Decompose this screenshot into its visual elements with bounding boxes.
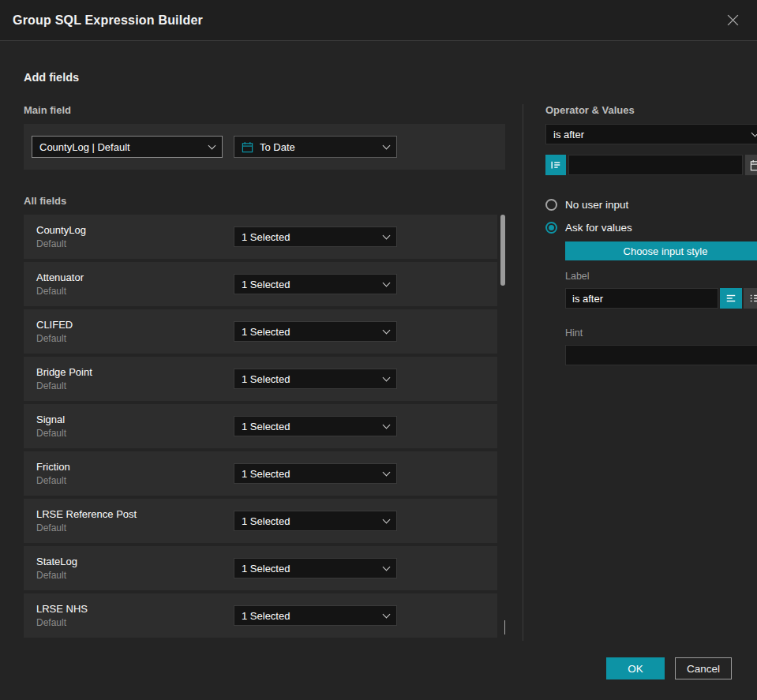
- operator-select-value: is after: [553, 129, 746, 140]
- field-value-select[interactable]: 1 Selected: [234, 416, 397, 436]
- field-row: Attenuator Default 1 Selected: [24, 262, 497, 306]
- field-row: LRSE NHS Default 1 Selected: [24, 593, 497, 638]
- field-name: Signal: [36, 414, 234, 425]
- field-value-select[interactable]: 1 Selected: [234, 274, 397, 294]
- no-user-input-radio[interactable]: No user input: [545, 199, 757, 211]
- cancel-button[interactable]: Cancel: [675, 657, 732, 679]
- field-value-select[interactable]: 1 Selected: [234, 321, 397, 342]
- hint-caption: Hint: [565, 328, 757, 339]
- fields-column: Main field CountyLog | Default: [24, 104, 505, 641]
- operator-values-label: Operator & Values: [545, 104, 757, 116]
- scrollbar[interactable]: [500, 215, 505, 620]
- field-subtitle: Default: [36, 522, 234, 533]
- calendar-icon: [242, 141, 253, 153]
- date-type-select[interactable]: To Date: [234, 136, 397, 158]
- chevron-down-icon: [383, 563, 391, 571]
- ask-for-values-label: Ask for values: [565, 222, 632, 234]
- label-row: [565, 288, 757, 309]
- field-info: Bridge Point Default: [36, 366, 234, 391]
- user-input-radio-group: No user input Ask for values: [545, 199, 757, 234]
- field-row: StateLog Default 1 Selected: [24, 546, 497, 590]
- field-value-select-value: 1 Selected: [242, 610, 377, 622]
- main-field-select[interactable]: CountyLog | Default: [32, 136, 223, 158]
- field-value-select-value: 1 Selected: [242, 231, 377, 243]
- field-value-select[interactable]: 1 Selected: [234, 605, 397, 626]
- field-value-select[interactable]: 1 Selected: [234, 226, 397, 247]
- field-subtitle: Default: [36, 617, 234, 628]
- scrollbar-thumb[interactable]: [500, 215, 505, 286]
- close-button[interactable]: [723, 10, 743, 30]
- field-value-select-value: 1 Selected: [242, 373, 377, 385]
- field-row: Signal Default 1 Selected: [24, 404, 497, 448]
- ok-button[interactable]: OK: [606, 657, 665, 679]
- list-icon: [749, 293, 757, 304]
- dialog-content: Main field CountyLog | Default: [24, 104, 733, 641]
- chevron-down-icon: [208, 141, 216, 149]
- hint-input[interactable]: [565, 345, 757, 365]
- choose-input-style-button[interactable]: Choose input style: [565, 241, 757, 260]
- input-mode-button[interactable]: [545, 155, 566, 175]
- field-name: LRSE NHS: [36, 603, 234, 615]
- field-info: Friction Default: [36, 461, 234, 486]
- radio-selected-icon: [545, 222, 557, 234]
- field-subtitle: Default: [36, 286, 234, 297]
- operator-select[interactable]: is after: [545, 124, 757, 144]
- field-info: Attenuator Default: [36, 271, 234, 297]
- list-style-button[interactable]: [744, 288, 757, 309]
- label-caption: Label: [565, 271, 757, 282]
- align-left-icon: [725, 293, 736, 304]
- field-info: LRSE NHS Default: [36, 603, 234, 628]
- chevron-down-icon: [383, 231, 391, 239]
- field-value-select[interactable]: 1 Selected: [234, 511, 397, 531]
- group-sql-expression-builder-dialog: Group SQL Expression Builder Add fields …: [0, 0, 757, 700]
- calendar-icon: [750, 159, 757, 171]
- field-subtitle: Default: [36, 333, 234, 344]
- field-subtitle: Default: [36, 380, 234, 391]
- main-field-select-value: CountyLog | Default: [39, 141, 203, 153]
- dialog-body: Add fields Main field CountyLog | Defaul…: [0, 71, 757, 641]
- single-line-style-button[interactable]: [720, 288, 742, 309]
- input-mode-icon: [550, 159, 561, 170]
- chevron-down-icon: [383, 468, 391, 476]
- chevron-down-icon: [751, 129, 757, 137]
- field-info: CountyLog Default: [36, 224, 234, 249]
- field-value-select[interactable]: 1 Selected: [234, 558, 397, 578]
- field-value-select-value: 1 Selected: [242, 326, 377, 338]
- dialog-header: Group SQL Expression Builder: [0, 0, 757, 41]
- field-value-select-value: 1 Selected: [242, 515, 377, 527]
- field-subtitle: Default: [36, 570, 234, 581]
- chevron-down-icon: [383, 279, 391, 286]
- chevron-down-icon: [383, 515, 391, 523]
- field-name: Attenuator: [36, 271, 234, 283]
- chevron-down-icon: [383, 373, 391, 381]
- radio-unselected-icon: [545, 199, 557, 211]
- field-info: Signal Default: [36, 414, 234, 439]
- chevron-down-icon: [383, 421, 391, 429]
- all-fields-label: All fields: [24, 195, 505, 207]
- label-input[interactable]: [565, 288, 718, 309]
- date-type-select-value: To Date: [260, 141, 377, 153]
- operator-values-panel: Operator & Values is after: [523, 104, 757, 641]
- field-subtitle: Default: [36, 428, 234, 439]
- add-fields-heading: Add fields: [24, 71, 733, 84]
- field-value-select-value: 1 Selected: [242, 563, 377, 575]
- main-field-panel: CountyLog | Default To Date: [24, 124, 505, 170]
- field-value-select-value: 1 Selected: [242, 279, 377, 290]
- value-row: [545, 155, 757, 175]
- field-name: CountyLog: [36, 224, 234, 236]
- value-input[interactable]: [568, 155, 743, 175]
- ask-for-values-options: Choose input style Label: [565, 241, 757, 365]
- field-row: CountyLog Default 1 Selected: [24, 215, 497, 259]
- field-value-select[interactable]: 1 Selected: [234, 369, 397, 389]
- field-name: LRSE Reference Post: [36, 508, 234, 520]
- field-row: Bridge Point Default 1 Selected: [24, 357, 497, 401]
- field-info: CLIFED Default: [36, 319, 234, 344]
- date-picker-button[interactable]: [745, 155, 757, 175]
- chevron-down-icon: [383, 326, 391, 334]
- close-icon: [726, 13, 740, 27]
- field-subtitle: Default: [36, 238, 234, 249]
- dialog-footer: OK Cancel: [606, 657, 732, 679]
- scroll-down-icon[interactable]: [504, 620, 505, 634]
- field-value-select[interactable]: 1 Selected: [234, 463, 397, 484]
- ask-for-values-radio[interactable]: Ask for values: [545, 222, 757, 234]
